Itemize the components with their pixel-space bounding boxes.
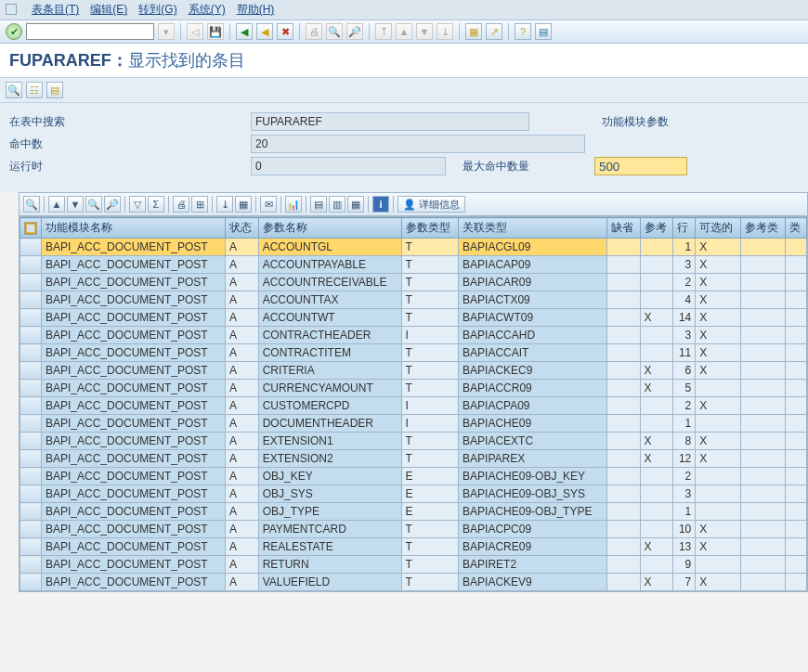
cell	[740, 415, 786, 433]
table-row[interactable]: BAPI_ACC_DOCUMENT_POSTAEXTENSION1TBAPIAC…	[20, 433, 807, 450]
alv-info-icon[interactable]: i	[372, 196, 389, 213]
col-default[interactable]: 缺省	[607, 218, 641, 239]
alv-find-icon[interactable]: 🔍	[85, 196, 102, 213]
alv-detail-button[interactable]: 👤 详细信息	[397, 196, 465, 213]
table-row[interactable]: BAPI_ACC_DOCUMENT_POSTAACCOUNTPAYABLETBA…	[20, 256, 807, 274]
table-row[interactable]: BAPI_ACC_DOCUMENT_POSTACRITERIATBAPIACKE…	[20, 362, 807, 380]
col-line[interactable]: 行	[673, 218, 696, 239]
table-row[interactable]: BAPI_ACC_DOCUMENT_POSTAEXTENSION2TBAPIPA…	[20, 450, 807, 468]
cell	[640, 556, 673, 574]
alv-graph-icon[interactable]: 📊	[285, 196, 302, 213]
cell: X	[640, 380, 673, 397]
cell	[607, 556, 641, 574]
cell: X	[696, 274, 741, 291]
alv-layout-icon[interactable]: ▤	[310, 196, 327, 213]
back-icon[interactable]: ◀	[236, 23, 253, 40]
first-page-icon[interactable]: ⤒	[375, 23, 392, 40]
cell: E	[401, 468, 458, 485]
cell: T	[401, 256, 458, 274]
col-ptype[interactable]: 参数类型	[401, 218, 458, 239]
cell: T	[401, 450, 458, 468]
cell: BAPIPAREX	[459, 450, 607, 468]
cell	[740, 397, 786, 415]
menu-item-entries[interactable]: 表条目(T)	[32, 2, 79, 18]
alv-sort-asc-icon[interactable]: ▲	[48, 196, 65, 213]
table-row[interactable]: BAPI_ACC_DOCUMENT_POSTARETURNTBAPIRET29	[20, 556, 807, 574]
print-icon[interactable]: 🖨	[306, 23, 322, 40]
table-row[interactable]: BAPI_ACC_DOCUMENT_POSTAACCOUNTGLTBAPIACG…	[20, 239, 807, 256]
col-ref[interactable]: 参考	[640, 218, 673, 239]
table-row[interactable]: BAPI_ACC_DOCUMENT_POSTAPAYMENTCARDTBAPIA…	[20, 521, 807, 538]
menu-item-goto[interactable]: 转到(G)	[138, 2, 176, 18]
table-row[interactable]: BAPI_ACC_DOCUMENT_POSTAREALESTATETBAPIAC…	[20, 538, 807, 556]
help-icon[interactable]: ?	[515, 23, 531, 40]
alv-details-icon[interactable]: 🔍	[23, 196, 40, 213]
menu-item-system[interactable]: 系统(Y)	[189, 2, 226, 18]
col-reftype[interactable]: 关联类型	[459, 218, 607, 239]
table-row[interactable]: BAPI_ACC_DOCUMENT_POSTAOBJ_KEYEBAPIACHE0…	[20, 468, 807, 485]
col-fm[interactable]: 功能模块名称	[42, 218, 226, 239]
alv-layout-change-icon[interactable]: ▥	[329, 196, 345, 213]
exit-icon[interactable]: ◀	[256, 23, 273, 40]
cell: BAPI_ACC_DOCUMENT_POST	[42, 433, 226, 450]
cancel-icon[interactable]: ✖	[277, 23, 293, 40]
col-refclass[interactable]: 参考类	[740, 218, 786, 239]
table-row[interactable]: BAPI_ACC_DOCUMENT_POSTACUSTOMERCPDIBAPIA…	[20, 397, 807, 415]
col-status[interactable]: 状态	[226, 218, 259, 239]
maxhits-label: 最大命中数量	[455, 159, 594, 174]
table-row[interactable]: BAPI_ACC_DOCUMENT_POSTAOBJ_SYSEBAPIACHE0…	[20, 485, 807, 503]
menu-item-edit[interactable]: 编辑(E)	[90, 2, 127, 18]
cell	[786, 574, 807, 591]
col-param[interactable]: 参数名称	[258, 218, 401, 239]
col-class[interactable]: 类	[786, 218, 807, 239]
col-optional[interactable]: 可选的	[696, 218, 741, 239]
alv-find-next-icon[interactable]: 🔎	[104, 196, 121, 213]
dropdown-icon[interactable]: ▾	[158, 23, 175, 40]
find-icon[interactable]: 🔍	[326, 23, 343, 40]
hierarchy-icon[interactable]: ☷	[26, 82, 43, 98]
table-row[interactable]: BAPI_ACC_DOCUMENT_POSTADOCUMENTHEADERIBA…	[20, 415, 807, 433]
cell	[786, 327, 807, 344]
table-row[interactable]: BAPI_ACC_DOCUMENT_POSTAVALUEFIELDTBAPIAC…	[20, 574, 807, 591]
cell	[740, 485, 786, 503]
save-icon[interactable]: 💾	[207, 23, 224, 40]
table-row[interactable]: BAPI_ACC_DOCUMENT_POSTAACCOUNTRECEIVABLE…	[20, 274, 807, 291]
maxhits-input[interactable]	[594, 157, 687, 175]
table-row[interactable]: BAPI_ACC_DOCUMENT_POSTACONTRACTHEADERIBA…	[20, 327, 807, 344]
ok-icon[interactable]: ✔	[6, 23, 22, 40]
alv-layout-save-icon[interactable]: ▦	[347, 196, 364, 213]
list-icon[interactable]: ▤	[46, 82, 63, 98]
cell	[607, 538, 641, 556]
prev-page-icon[interactable]: ▲	[396, 23, 412, 40]
select-all-icon[interactable]	[20, 218, 42, 239]
grid-scroll[interactable]: 功能模块名称 状态 参数名称 参数类型 关联类型 缺省 参考 行 可选的 参考类…	[19, 216, 808, 592]
cell: BAPIACWT09	[459, 309, 607, 327]
layout-icon[interactable]: ▤	[535, 23, 552, 40]
cell	[740, 468, 786, 485]
table-row[interactable]: BAPI_ACC_DOCUMENT_POSTACURRENCYAMOUNTTBA…	[20, 380, 807, 397]
back-arrow-icon[interactable]: ◁	[187, 23, 203, 40]
shortcut-icon[interactable]: ↗	[486, 23, 502, 40]
command-input[interactable]	[26, 23, 154, 40]
table-row[interactable]: BAPI_ACC_DOCUMENT_POSTAACCOUNTTAXTBAPIAC…	[20, 291, 807, 309]
alv-view-icon[interactable]: ⊞	[191, 196, 208, 213]
table-row[interactable]: BAPI_ACC_DOCUMENT_POSTAACCOUNTWTTBAPIACW…	[20, 309, 807, 327]
find-next-icon[interactable]: 🔎	[346, 23, 363, 40]
cell	[607, 574, 641, 591]
alv-mail-icon[interactable]: ✉	[260, 196, 277, 213]
cell: 1	[673, 503, 696, 521]
cell	[740, 556, 786, 574]
alv-filter-icon[interactable]: ▽	[129, 196, 146, 213]
new-session-icon[interactable]: ▦	[465, 23, 482, 40]
table-row[interactable]: BAPI_ACC_DOCUMENT_POSTACONTRACTITEMTBAPI…	[20, 344, 807, 362]
alv-excel-icon[interactable]: ▦	[235, 196, 252, 213]
alv-print-icon[interactable]: 🖨	[173, 196, 189, 213]
menu-item-help[interactable]: 帮助(H)	[237, 2, 275, 18]
alv-sort-desc-icon[interactable]: ▼	[67, 196, 84, 213]
table-row[interactable]: BAPI_ACC_DOCUMENT_POSTAOBJ_TYPEEBAPIACHE…	[20, 503, 807, 521]
last-page-icon[interactable]: ⤓	[437, 23, 453, 40]
next-page-icon[interactable]: ▼	[416, 23, 433, 40]
alv-total-icon[interactable]: Σ	[148, 196, 164, 213]
refresh-icon[interactable]: 🔍	[6, 82, 22, 98]
alv-export-icon[interactable]: ⤓	[216, 196, 233, 213]
